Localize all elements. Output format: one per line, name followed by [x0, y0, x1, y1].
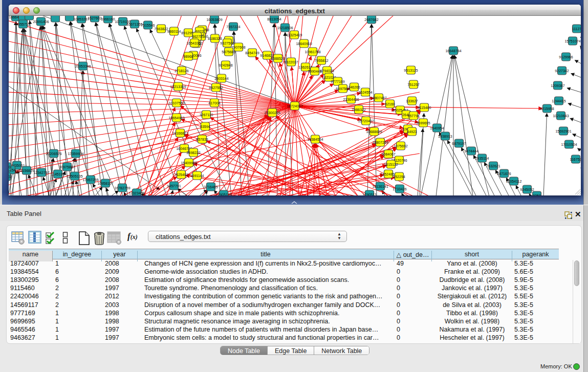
svg-text:746266: 746266 — [348, 85, 360, 89]
svg-text:9227342: 9227342 — [555, 69, 569, 73]
svg-text:20053346: 20053346 — [75, 64, 91, 68]
svg-text:133627: 133627 — [406, 99, 418, 103]
svg-text:8186328: 8186328 — [208, 37, 222, 40]
svg-text:7625402: 7625402 — [174, 173, 188, 177]
svg-text:9457791: 9457791 — [167, 184, 181, 188]
svg-text:9777169: 9777169 — [331, 80, 344, 83]
svg-text:5875685: 5875685 — [222, 50, 235, 54]
svg-text:9242848: 9242848 — [219, 63, 232, 67]
svg-text:36275: 36275 — [192, 35, 202, 38]
svg-text:252254: 252254 — [393, 175, 405, 179]
svg-text:11325419: 11325419 — [287, 33, 302, 37]
svg-text:17010504: 17010504 — [561, 143, 577, 146]
svg-text:8215958: 8215958 — [540, 107, 554, 111]
svg-text:10688609: 10688609 — [366, 130, 382, 134]
svg-text:18807249: 18807249 — [372, 141, 388, 144]
svg-text:857833: 857833 — [196, 138, 208, 141]
svg-text:10210643: 10210643 — [553, 114, 569, 118]
svg-text:17359934: 17359934 — [68, 152, 83, 156]
svg-text:18724007: 18724007 — [287, 104, 302, 108]
svg-text:30975887: 30975887 — [59, 165, 75, 169]
svg-text:12342757: 12342757 — [33, 171, 49, 174]
svg-text:5938913: 5938913 — [438, 135, 452, 138]
svg-text:9474444: 9474444 — [464, 149, 478, 153]
svg-text:17957255: 17957255 — [82, 178, 98, 182]
svg-text:3498222: 3498222 — [186, 151, 200, 155]
svg-text:16671355: 16671355 — [126, 23, 142, 26]
svg-text:8427552: 8427552 — [209, 86, 223, 90]
svg-text:1691144: 1691144 — [190, 174, 204, 178]
svg-text:9129966: 9129966 — [559, 55, 573, 59]
svg-text:10961758: 10961758 — [304, 50, 320, 54]
svg-text:7357224: 7357224 — [226, 25, 240, 29]
svg-text:44923: 44923 — [407, 130, 417, 134]
svg-text:116753: 116753 — [570, 158, 581, 161]
svg-text:1075692: 1075692 — [394, 144, 407, 148]
svg-text:10807487: 10807487 — [371, 96, 386, 100]
svg-text:1527602: 1527602 — [88, 16, 101, 20]
svg-text:12505135: 12505135 — [67, 174, 82, 178]
svg-text:9115460: 9115460 — [418, 106, 431, 110]
svg-text:6879197: 6879197 — [452, 142, 466, 145]
svg-text:7515546: 7515546 — [141, 24, 155, 27]
svg-text:62160: 62160 — [385, 102, 395, 106]
svg-text:15692901: 15692901 — [555, 129, 571, 133]
svg-text:9327508: 9327508 — [220, 41, 234, 45]
svg-text:9350: 9350 — [533, 194, 541, 196]
svg-text:20206576: 20206576 — [46, 152, 61, 156]
svg-text:9150: 9150 — [9, 165, 11, 169]
svg-text:19384554: 19384554 — [307, 138, 323, 141]
svg-text:98968: 98968 — [183, 55, 193, 58]
svg-text:15409948: 15409948 — [181, 161, 197, 165]
svg-text:18640910: 18640910 — [296, 42, 312, 46]
svg-text:16053809: 16053809 — [206, 18, 222, 21]
svg-text:20691406: 20691406 — [33, 20, 49, 24]
svg-text:9699695: 9699695 — [416, 121, 430, 125]
svg-text:19218506: 19218506 — [277, 26, 293, 30]
svg-text:11156829: 11156829 — [19, 169, 34, 172]
svg-text:9245052: 9245052 — [520, 188, 534, 191]
svg-text:9513125: 9513125 — [404, 69, 418, 72]
svg-text:1588520: 1588520 — [271, 57, 285, 60]
svg-text:9084067: 9084067 — [381, 152, 395, 156]
svg-text:16782759: 16782759 — [114, 186, 130, 190]
svg-text:2687682: 2687682 — [364, 18, 378, 21]
svg-text:1733426: 1733426 — [393, 187, 406, 191]
svg-text:8813054: 8813054 — [267, 17, 281, 21]
svg-text:1145194: 1145194 — [51, 172, 65, 176]
svg-text:10107553: 10107553 — [168, 101, 184, 105]
svg-text:3624554: 3624554 — [358, 91, 372, 94]
svg-text:1790513: 1790513 — [362, 193, 376, 196]
svg-text:2935114: 2935114 — [475, 157, 489, 160]
svg-text:751257: 751257 — [407, 83, 419, 86]
svg-text:21364436: 21364436 — [343, 98, 359, 101]
svg-text:2907608: 2907608 — [231, 46, 245, 49]
svg-text:3716465: 3716465 — [204, 185, 217, 189]
svg-text:9860114: 9860114 — [167, 30, 181, 33]
svg-text:10054112: 10054112 — [506, 180, 522, 183]
svg-text:1615132: 1615132 — [384, 163, 398, 166]
svg-text:6966160: 6966160 — [101, 17, 115, 21]
svg-text:417004: 417004 — [208, 101, 220, 105]
svg-text:2718126: 2718126 — [175, 69, 188, 73]
svg-text:15751074: 15751074 — [564, 39, 580, 43]
svg-text:2803144: 2803144 — [214, 77, 228, 80]
svg-text:957794: 957794 — [407, 114, 419, 118]
svg-text:12323468: 12323468 — [128, 191, 144, 195]
svg-text:10958107: 10958107 — [97, 182, 113, 185]
svg-text:19654983: 19654983 — [168, 116, 184, 120]
svg-text:10853287: 10853287 — [73, 17, 89, 21]
svg-text:53594: 53594 — [200, 125, 210, 128]
svg-text:12905135: 12905135 — [215, 193, 231, 196]
svg-text:19166827: 19166827 — [172, 132, 188, 135]
svg-text:7563822: 7563822 — [154, 27, 168, 31]
svg-text:15720407: 15720407 — [358, 119, 374, 123]
svg-text:3267110: 3267110 — [200, 113, 213, 117]
svg-text:16543362: 16543362 — [186, 41, 202, 45]
svg-text:4055712: 4055712 — [16, 23, 30, 26]
svg-text:6794028: 6794028 — [320, 69, 334, 73]
svg-text:1244415: 1244415 — [552, 99, 565, 103]
svg-text:16648784: 16648784 — [445, 49, 461, 53]
svg-text:7632621: 7632621 — [486, 164, 500, 168]
svg-text:15136141: 15136141 — [372, 185, 388, 188]
